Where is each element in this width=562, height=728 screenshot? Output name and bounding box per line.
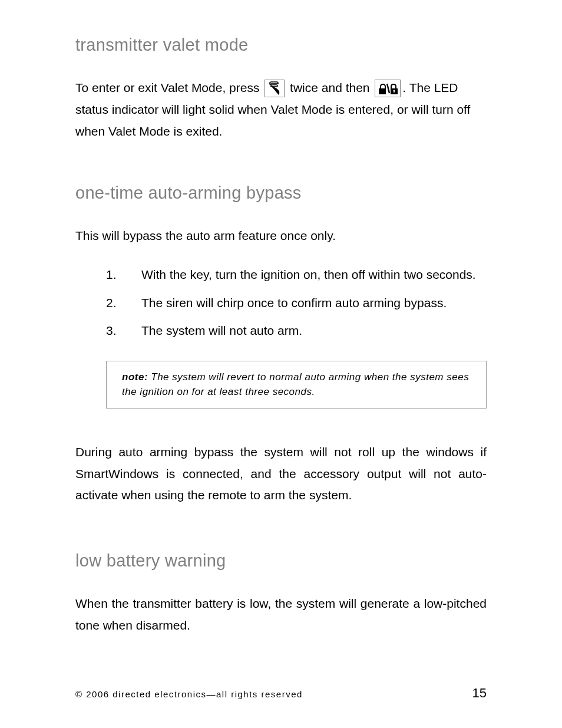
paragraph-during-bypass: During auto arming bypass the system wil… [75,442,487,506]
paragraph-bypass-intro: This will bypass the auto arm feature on… [75,225,487,247]
svg-rect-0 [379,88,386,94]
page-content: transmitter valet mode To enter or exit … [0,0,562,637]
note-label: note: [122,371,148,383]
valet-text-b: twice and then [286,81,373,94]
paragraph-valet: To enter or exit Valet Mode, press twice… [75,77,487,142]
list-item: The siren will chirp once to confirm aut… [75,293,487,313]
note-text: The system will revert to normal auto ar… [122,371,469,398]
bypass-steps-list: With the key, turn the ignition on, then… [75,265,487,341]
page-footer: © 2006 directed electronics—all rights r… [75,686,487,701]
clifford-g-button-icon [265,80,285,97]
list-item: With the key, turn the ignition on, then… [75,265,487,285]
valet-text-a: To enter or exit Valet Mode, press [75,81,263,94]
note-box: note: The system will revert to normal a… [106,361,487,409]
lock-unlock-button-icon [375,80,401,97]
footer-copyright: © 2006 directed electronics—all rights r… [75,689,303,699]
svg-line-1 [387,84,389,93]
heading-low-battery: low battery warning [75,551,487,571]
heading-bypass: one-time auto-arming bypass [75,183,487,203]
page-number: 15 [472,686,487,701]
paragraph-low-battery: When the transmitter battery is low, the… [75,593,487,637]
list-item: The system will not auto arm. [75,321,487,341]
svg-rect-4 [394,91,395,93]
heading-valet-mode: transmitter valet mode [75,35,487,55]
